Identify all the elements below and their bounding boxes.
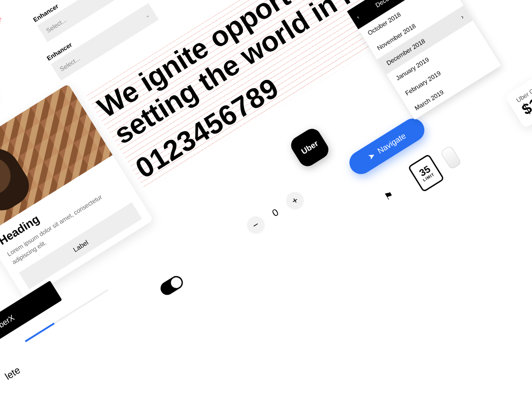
stepper-value: 0 <box>270 207 281 219</box>
chevron-down-icon: ⌄ <box>144 12 151 19</box>
uber-badge-small[interactable]: Uber <box>288 125 332 169</box>
delete-fragment[interactable]: lete <box>3 364 23 383</box>
month-list[interactable]: October 2018November 2018December 2018›J… <box>358 0 501 120</box>
month-picker: ‹ December 2018 ⌄ October 2018November 2… <box>347 0 501 120</box>
uber-cash-card[interactable]: Uber Cash $1 <box>505 49 532 129</box>
select-placeholder: Select... <box>59 55 81 72</box>
speed-limit-sign: 35 LIMIT <box>407 154 445 192</box>
stepper-plus[interactable]: + <box>283 188 307 213</box>
progress-fill <box>25 323 55 342</box>
stamp-icon: ♥ <box>0 0 4 36</box>
stepper-minus[interactable]: − <box>243 213 268 237</box>
car-icon <box>440 145 462 170</box>
chevron-left-icon[interactable]: ‹ <box>356 14 360 20</box>
navigate-label: Navigate <box>376 131 407 156</box>
map-pin-icon: ⚑ <box>382 188 396 203</box>
quantity-stepper: − 0 + <box>243 188 307 237</box>
uber-logo-text: Uber <box>300 139 320 156</box>
select-placeholder: Select... <box>45 16 67 34</box>
choose-label: ose UberX <box>0 313 16 341</box>
nav-arrow-icon: ➤ <box>366 150 377 162</box>
toggle-switch[interactable] <box>158 274 186 297</box>
